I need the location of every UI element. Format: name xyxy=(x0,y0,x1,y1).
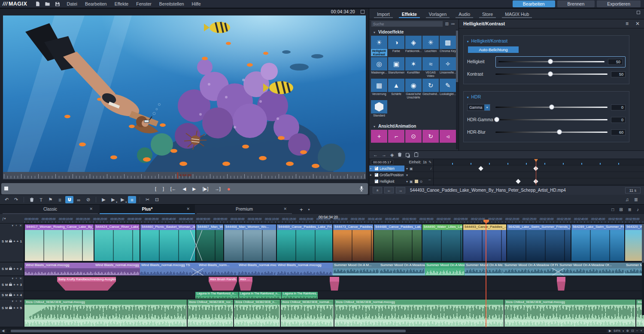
crossfade-icon[interactable] xyxy=(552,268,564,276)
title-clip[interactable]: Alex ... xyxy=(239,277,252,291)
arrangement-dropdown-icon[interactable]: ▾ xyxy=(308,208,310,211)
anim-tile-camera-pan[interactable]: ⊙ xyxy=(405,130,422,143)
display-icon[interactable]: ▣ xyxy=(410,180,413,184)
hscrollbar-thumb[interactable] xyxy=(11,330,406,332)
menu-fenster[interactable]: Fenster xyxy=(132,1,155,6)
keyframe-row-leuchten[interactable]: ▸Leuchten▾▣/ xyxy=(369,165,433,172)
effect-tile-color[interactable]: ◑Farbe xyxy=(388,36,404,56)
track-remove-icon[interactable]: ✕ xyxy=(19,224,22,227)
arrangement-tab-classic[interactable]: Classic✕ xyxy=(3,205,98,214)
effect-tile-look-matching[interactable]: ✎Lookabglei... xyxy=(440,79,456,99)
audio-clip[interactable]: Summer Mood On A Meadow Of... xyxy=(558,263,625,276)
audio-clip[interactable]: Wind Blasts_normal.mxcogg TS xyxy=(140,263,197,276)
hdr-gamma-slider-thumb[interactable] xyxy=(494,117,499,122)
kontrast-slider-thumb[interactable] xyxy=(548,71,553,77)
effect-tile-distortion[interactable]: ▦Verzerrung xyxy=(371,79,387,99)
lock-icon[interactable] xyxy=(9,239,12,243)
hdr-blur-slider[interactable] xyxy=(495,132,608,133)
bearbeiten-mode-button[interactable]: Bearbeiten xyxy=(513,0,555,7)
zoom-out-button[interactable]: − xyxy=(636,329,638,333)
zoom-mode-button[interactable]: ⊡ xyxy=(153,196,161,203)
audio-clip[interactable]: Ibiza Chillout_983823EB_normal.mxcogg xyxy=(504,300,635,327)
arrangement-tab-premium[interactable]: Premium✕ xyxy=(197,205,292,214)
video-clip-544473-canoe-paddl[interactable]: 544473_Canoe_Paddles... xyxy=(333,224,374,262)
keyframe-lane-leuchten[interactable] xyxy=(434,165,644,172)
next-object-button[interactable]: → xyxy=(396,187,405,193)
tab-effekte[interactable]: Effekte xyxy=(396,12,423,19)
frame-back-button[interactable]: ◀ xyxy=(182,186,186,191)
track-header-1[interactable]: ▾+✕SM++1 xyxy=(0,224,24,262)
menu-bearbeiten[interactable]: Bearbeiten xyxy=(81,1,111,6)
scroll-left-icon[interactable]: ◀ xyxy=(2,329,4,333)
effect-tile-video-stabilization[interactable]: ≈VEGASVideo Stab... xyxy=(422,57,439,78)
track-header-5[interactable]: ▾+✕SM++5 xyxy=(0,299,24,327)
previous-object-button[interactable]: ← xyxy=(384,187,394,193)
keyframe-checkbox[interactable] xyxy=(375,167,378,170)
tab-magix-hub[interactable]: MAGIX Hub xyxy=(499,12,535,19)
keyframe-row-helligkeit[interactable]: Helligkeit▾▣⊙⌒ xyxy=(369,178,433,185)
ruler-fx-icon[interactable]: ƒ▾ xyxy=(2,217,6,221)
move-track-icon[interactable]: + xyxy=(13,283,15,287)
track-plus-icon[interactable]: + xyxy=(17,283,18,287)
effect-tile-brightness-contrast[interactable]: ☀Helligkeit/Kontrast xyxy=(371,36,387,56)
mute-button[interactable]: M xyxy=(5,306,8,310)
audio-clip[interactable]: Ibiza Chillout_983823EB_normal... xyxy=(281,300,334,327)
track-plus-icon[interactable]: + xyxy=(17,306,18,310)
tab-import[interactable]: Import xyxy=(371,12,396,19)
audio-mixer-icon[interactable]: ♪ xyxy=(637,207,639,212)
crossfade-icon[interactable] xyxy=(190,230,202,261)
video-clip-544493-canoe-paddl[interactable]: 544493_Canoe_Paddles_... xyxy=(463,224,507,262)
anim-tile-section[interactable]: ⌐ xyxy=(388,130,404,143)
video-clip-544460-picnic-bask[interactable]: 544460_Picnic_Basket_Woman_Jetty_Car xyxy=(140,224,196,262)
helligkeit-slider-thumb[interactable] xyxy=(548,59,553,64)
audio-clip[interactable]: Ibiza Chillout_983823EB_n... xyxy=(234,300,280,327)
zoom-dropdown-icon[interactable]: ▾ xyxy=(623,329,624,332)
section-ansicht-animation[interactable]: ▾Ansicht/Animation xyxy=(369,122,459,129)
lock-icon[interactable] xyxy=(9,306,12,310)
track-remove-icon[interactable]: ✕ xyxy=(19,277,22,280)
panel-menu-icon[interactable]: ≡ xyxy=(626,21,629,27)
effects-search-input[interactable] xyxy=(371,21,443,27)
volume-envelope[interactable] xyxy=(188,320,233,327)
zoom-tool-icon[interactable]: ⊕ xyxy=(626,329,629,333)
group-header-hdr[interactable]: ▾HDR xyxy=(467,94,626,99)
track-plus-icon[interactable]: + xyxy=(17,293,18,297)
storyboard-view-icon[interactable]: ⊞ xyxy=(619,207,623,212)
copy-keyframe-icon[interactable] xyxy=(406,153,409,157)
effect-tile-standard-preset[interactable]: Standard xyxy=(371,100,387,121)
video-clip-544486-canoe-paddl[interactable]: 544486_Canoe_Paddles_Lak... xyxy=(374,224,422,262)
mouse-mode-one-track-button[interactable]: ▶▾ xyxy=(118,196,127,203)
hdr-blur-slider-thumb[interactable] xyxy=(557,129,562,135)
helligkeit-slider[interactable] xyxy=(498,61,605,62)
new-project-icon[interactable] xyxy=(35,1,40,6)
audio-clip[interactable]: Ibiza Chillout_983823EB_nor... xyxy=(188,300,233,327)
jump-end-button[interactable]: →] xyxy=(215,186,220,191)
menu-bereitstellen[interactable]: Bereitstellen xyxy=(155,1,188,6)
jump-start-button[interactable]: [← xyxy=(170,186,176,191)
mute-button[interactable]: M xyxy=(5,293,8,297)
track-header-4[interactable]: SM++4 xyxy=(0,291,24,299)
detach-preview-icon[interactable] xyxy=(361,10,365,14)
curve-icon[interactable]: ⌒ xyxy=(428,179,431,184)
add-arrangement-tab-button[interactable]: + xyxy=(300,206,303,213)
mute-button[interactable]: M xyxy=(5,283,8,287)
next-keyframe-button[interactable]: → xyxy=(382,152,386,157)
swatch-icon[interactable] xyxy=(415,180,418,183)
solo-button[interactable]: S xyxy=(2,267,4,271)
undo-button[interactable]: ↶ xyxy=(3,196,11,203)
playhead-line[interactable] xyxy=(486,220,486,327)
track-fx-dropdown-icon[interactable]: ▾ xyxy=(12,300,14,303)
monitor-view-icon[interactable]: □ xyxy=(611,207,614,212)
effect-tile-gaussian-blur[interactable]: ◉Gauss'scheUnschärfe xyxy=(405,79,422,99)
curve-right-icon[interactable]: / xyxy=(431,167,431,171)
keyframe-lanes[interactable] xyxy=(434,159,644,185)
move-track-icon[interactable]: + xyxy=(13,267,15,271)
menu-effekte[interactable]: Effekte xyxy=(111,1,133,6)
keyframe-playhead[interactable] xyxy=(536,159,536,185)
audio-clip[interactable]: Wind Blasts_norm... xyxy=(197,263,237,276)
anim-tile-position-size[interactable]: + xyxy=(371,130,387,143)
volume-envelope[interactable] xyxy=(234,320,280,327)
add-keyframe-button[interactable]: ◈ xyxy=(390,152,394,158)
range-out-button[interactable]: ] xyxy=(163,186,164,191)
lock-icon[interactable] xyxy=(9,267,12,271)
